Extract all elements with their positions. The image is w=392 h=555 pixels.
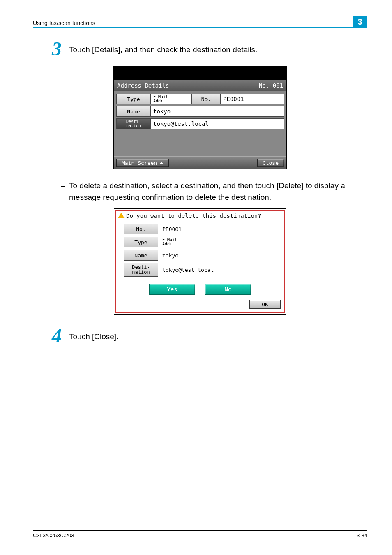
panel-blackbar [114,67,286,80]
step-number-4: 4 [33,326,69,346]
section-title: Using fax/scan functions [33,20,95,26]
label-destination: Desti- nation [116,118,151,129]
footer-model: C353/C253/C203 [33,532,74,539]
label-type: Type [116,94,151,104]
address-details-panel: Address Details No. 001 Type E-Mail Addr… [113,66,287,169]
footer-page: 3-34 [357,532,367,539]
confirm-value-no: PE0001 [158,226,281,232]
up-caret-icon [159,162,164,164]
close-button[interactable]: Close [257,159,284,167]
step-4-text: Touch [Close]. [69,331,367,342]
confirm-message: Do you want to delete this destination? [126,213,261,219]
confirm-value-name: tokyo [158,252,281,259]
value-destination: tokyo@test.local [151,118,284,129]
label-no: No. [192,94,221,104]
step-number-3: 3 [33,39,69,59]
yes-button[interactable]: Yes [149,284,195,295]
delete-instruction: –To delete a destination, select a desti… [69,180,367,203]
main-screen-label: Main Screen [122,160,157,166]
panel-title-left: Address Details [117,82,169,89]
value-no: PE0001 [221,94,284,104]
confirm-label-name: Name [124,250,158,261]
label-name: Name [116,106,151,117]
confirm-label-destination: Desti- nation [124,263,158,277]
confirm-label-no: No. [124,224,158,234]
confirm-value-destination: tokyo@test.local [158,267,281,273]
panel-title-right: No. 001 [259,82,283,89]
delete-instruction-text: To delete a destination, select a destin… [69,181,345,201]
delete-confirm-panel: Do you want to delete this destination? … [114,208,286,314]
value-name: tokyo [151,106,284,117]
chapter-number-box: 3 [353,16,367,27]
warning-icon [118,213,125,218]
main-screen-button[interactable]: Main Screen [116,159,169,167]
ok-button[interactable]: OK [249,300,281,309]
confirm-label-type: Type [124,237,158,247]
value-type: E-Mail Addr. [151,94,192,104]
step-3-text: Touch [Details], and then check the dest… [69,44,367,56]
confirm-value-type: E-Mail Addr. [158,238,281,246]
no-button[interactable]: No [205,284,251,295]
